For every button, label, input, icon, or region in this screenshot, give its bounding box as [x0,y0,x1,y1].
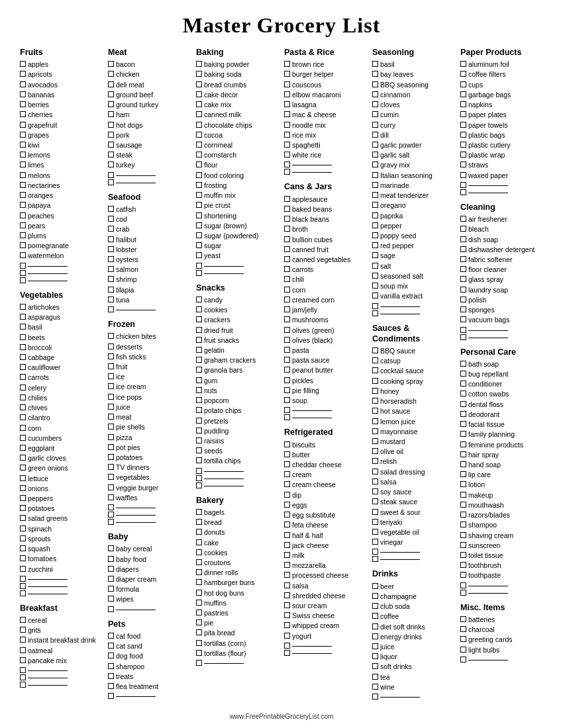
list-item[interactable]: cups [460,80,543,90]
checkbox[interactable] [196,337,202,343]
list-item[interactable]: pomegranate [20,241,103,251]
checkbox[interactable] [460,256,466,262]
checkbox[interactable] [20,202,26,208]
list-item[interactable]: cornmeal [196,140,279,150]
list-item[interactable]: family planning [460,430,543,439]
list-item[interactable]: gravy mix [372,160,455,170]
list-item[interactable]: nectarines [20,181,103,191]
list-item[interactable]: marinade [372,181,455,191]
list-item[interactable]: formula [108,584,191,594]
list-item[interactable]: paprika [372,211,455,221]
checkbox[interactable] [284,296,290,302]
list-item[interactable]: mustard [372,437,455,447]
checkbox[interactable] [284,612,290,618]
checkbox[interactable] [108,414,114,420]
checkbox[interactable] [108,673,114,679]
list-item[interactable]: sour cream [284,601,367,611]
list-item[interactable]: watermelon [20,251,103,261]
checkbox[interactable] [20,111,26,117]
list-item[interactable]: fruit [108,362,191,372]
checkbox[interactable] [108,434,114,440]
list-item[interactable]: bath soap [460,359,543,369]
checkbox[interactable] [196,437,202,443]
list-item[interactable]: canned milk [196,110,279,120]
list-item[interactable]: relish [372,457,455,467]
checkbox[interactable] [460,451,466,457]
list-item[interactable]: melons [20,171,103,181]
list-item[interactable]: feta cheese [284,520,367,530]
list-item[interactable]: ground beef [108,90,191,100]
blank-checkbox[interactable] [284,169,290,175]
list-item[interactable]: red pepper [372,241,455,251]
checkbox[interactable] [284,216,290,222]
list-item[interactable]: cookies [196,305,279,315]
list-item[interactable]: bread [196,518,279,527]
list-item[interactable]: chives [20,403,103,413]
list-item[interactable]: apples [20,60,103,69]
blank-checkbox[interactable] [372,310,378,316]
checkbox[interactable] [20,555,26,561]
checkbox[interactable] [460,306,466,312]
list-item[interactable]: mushrooms [284,315,367,325]
blank-checkbox[interactable] [284,407,290,413]
list-item[interactable]: plastic cutlery [460,140,543,150]
list-item[interactable]: diet soft drinks [372,622,455,632]
list-item[interactable]: pie [196,618,279,628]
checkbox[interactable] [108,373,114,379]
list-item[interactable]: sweet & sour [372,508,455,518]
blank-checkbox[interactable] [460,189,466,195]
list-item[interactable]: garlic powder [372,140,455,150]
checkbox[interactable] [284,246,290,252]
list-item[interactable]: cocktail sauce [372,366,455,376]
list-item[interactable]: plastic wrap [460,150,543,160]
checkbox[interactable] [372,603,378,609]
checkbox[interactable] [20,485,26,491]
list-item[interactable]: liquor [372,652,455,662]
checkbox[interactable] [108,91,114,97]
list-item[interactable]: waxed paper [460,171,543,181]
list-item[interactable]: plastic bags [460,130,543,140]
checkbox[interactable] [372,674,378,680]
list-item[interactable]: bug repellant [460,369,543,379]
list-item[interactable]: black beans [284,214,367,224]
list-item[interactable]: catsup [372,356,455,366]
list-item[interactable]: conditioner [460,379,543,389]
checkbox[interactable] [108,276,114,282]
list-item[interactable]: cat food [108,631,191,641]
list-item[interactable]: sponges [460,305,543,315]
list-item[interactable]: garbage bags [460,90,543,100]
checkbox[interactable] [108,226,114,232]
checkbox[interactable] [372,192,378,198]
checkbox[interactable] [284,622,290,628]
list-item[interactable]: meat [108,412,191,422]
list-item[interactable]: popcorn [196,396,279,406]
checkbox[interactable] [284,471,290,477]
list-item[interactable]: BBQ seasoning [372,80,455,90]
blank-checkbox[interactable] [460,590,466,596]
checkbox[interactable] [372,539,378,545]
list-item[interactable]: potatoes [20,504,103,514]
list-item[interactable]: vinegar [372,537,455,547]
checkbox[interactable] [108,353,114,359]
checkbox[interactable] [196,61,202,67]
blank-checkbox[interactable] [196,482,202,488]
checkbox[interactable] [20,414,26,420]
blank-checkbox[interactable] [196,263,202,269]
checkbox[interactable] [460,316,466,322]
list-item[interactable]: vanilla extract [372,291,455,301]
checkbox[interactable] [196,590,202,596]
checkbox[interactable] [20,242,26,248]
checkbox[interactable] [108,111,114,117]
list-item[interactable]: club soda [372,602,455,612]
list-item[interactable]: butter [284,450,367,460]
checkbox[interactable] [108,556,114,562]
blank-checkbox[interactable] [196,270,202,276]
list-item[interactable]: cumin [372,110,455,120]
checkbox[interactable] [20,515,26,521]
blank-checkbox[interactable] [372,694,378,700]
checkbox[interactable] [460,542,466,548]
list-item[interactable]: wine [372,682,455,692]
checkbox[interactable] [20,91,26,97]
list-item[interactable]: sage [372,251,455,261]
checkbox[interactable] [108,246,114,252]
